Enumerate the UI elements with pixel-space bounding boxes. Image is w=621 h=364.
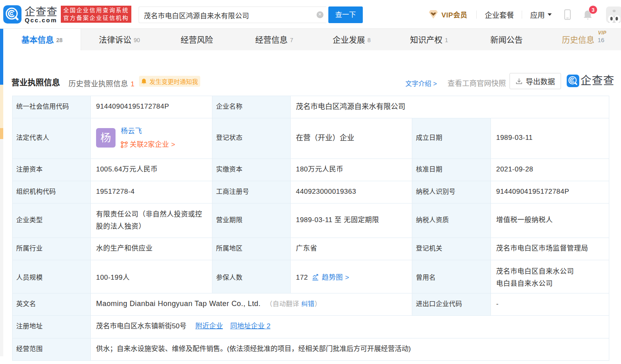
svg-text:企: 企 (124, 144, 128, 148)
